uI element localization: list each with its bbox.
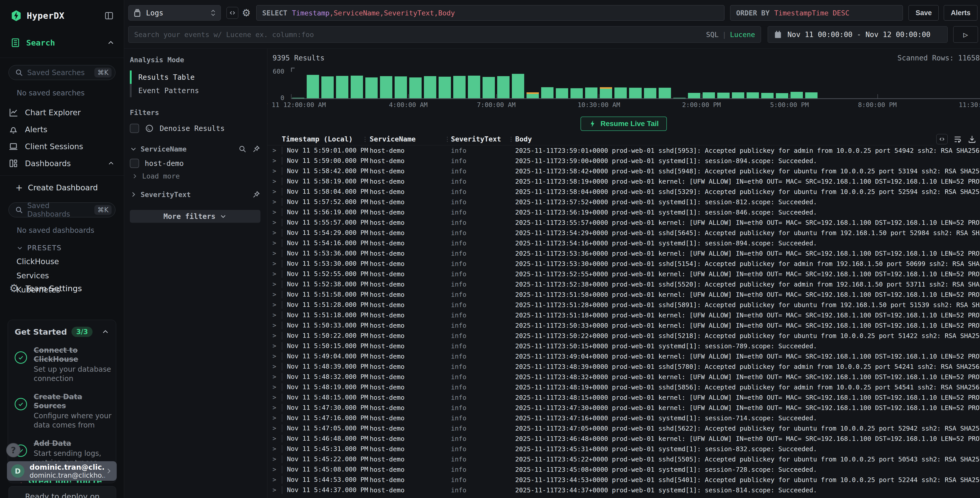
sidebar-item-alerts[interactable]: Alerts (0, 121, 124, 138)
log-row[interactable]: >Nov 11 5:48:39.000 PMhost-demoinfo2025-… (267, 361, 980, 372)
sidebar-item-search[interactable]: Search (10, 38, 115, 48)
chart-bar[interactable] (527, 93, 539, 98)
select-clause-input[interactable]: SELECT Timestamp,ServiceName,SeverityTex… (256, 5, 724, 21)
row-expand-chevron[interactable]: > (272, 291, 282, 298)
lucene-toggle[interactable]: Lucene (730, 30, 755, 38)
log-row[interactable]: >Nov 11 5:59:00.000 PMhost-demoinfo2025-… (267, 156, 980, 166)
row-expand-chevron[interactable]: > (272, 168, 282, 175)
chart-bar[interactable] (746, 93, 759, 98)
log-row[interactable]: >Nov 11 5:48:32.000 PMhost-demoinfo2025-… (267, 372, 980, 382)
row-expand-chevron[interactable]: > (272, 373, 282, 380)
wrap-lines-icon[interactable] (953, 135, 962, 144)
row-expand-chevron[interactable]: > (272, 157, 282, 164)
chart-bar[interactable] (585, 88, 597, 98)
log-row[interactable]: >Nov 11 5:58:42.000 PMhost-demoinfo2025-… (267, 166, 980, 176)
log-row[interactable]: >Nov 11 5:50:33.000 PMhost-demoinfo2025-… (267, 320, 980, 330)
column-header-timestamp[interactable]: Timestamp (Local) (282, 135, 362, 143)
row-expand-chevron[interactable]: > (272, 394, 282, 401)
log-row[interactable]: >Nov 11 5:52:38.000 PMhost-demoinfo2025-… (267, 279, 980, 289)
row-expand-chevron[interactable]: > (272, 147, 282, 154)
query-settings-button[interactable]: ⚙ (240, 6, 253, 19)
chart-bar[interactable] (439, 77, 451, 98)
sidebar-item-dashboards[interactable]: Dashboards (0, 155, 124, 172)
log-row[interactable]: >Nov 11 5:44:53.000 PMhost-demoinfo2025-… (267, 475, 980, 485)
get-started-step-connect[interactable]: Connect to ClickHouse Set up your databa… (15, 346, 109, 383)
chart-bar[interactable] (644, 88, 656, 98)
chart-bar[interactable] (556, 88, 568, 98)
log-row[interactable]: >Nov 11 5:56:19.000 PMhost-demoinfo2025-… (267, 207, 980, 217)
date-range-picker[interactable]: Nov 11 00:00:00 - Nov 12 00:00:00 (768, 26, 948, 43)
orderby-clause-input[interactable]: ORDER BY TimestampTime DESC (730, 5, 903, 21)
log-row[interactable]: >Nov 11 5:58:04.000 PMhost-demoinfo2025-… (267, 187, 980, 197)
chart-bar[interactable] (292, 98, 304, 98)
chart-bar[interactable] (321, 77, 334, 98)
download-icon[interactable] (968, 135, 977, 144)
preset-clickhouse[interactable]: ClickHouse (0, 254, 124, 268)
chart-bar[interactable] (761, 93, 773, 98)
chart-bar[interactable] (512, 74, 524, 98)
column-resize-handle[interactable]: ⋮⋮ (508, 136, 515, 143)
chart-bar[interactable] (673, 98, 686, 98)
get-started-step-sources[interactable]: Create Data Sources Configure where your… (15, 392, 109, 430)
sidebar-item-team-settings[interactable]: ⚙ Team Settings (0, 282, 124, 295)
chart-bar[interactable] (365, 77, 378, 98)
log-row[interactable]: >Nov 11 5:51:18.000 PMhost-demoinfo2025-… (267, 310, 980, 320)
log-row[interactable]: >Nov 11 5:53:36.000 PMhost-demoinfo2025-… (267, 248, 980, 259)
column-resize-handle[interactable]: ⋮⋮ (444, 136, 451, 143)
chart-bar[interactable] (409, 77, 422, 98)
chart-bar[interactable] (717, 93, 730, 98)
log-row[interactable]: >Nov 11 5:50:22.000 PMhost-demoinfo2025-… (267, 330, 980, 341)
log-row[interactable]: >Nov 11 5:45:22.000 PMhost-demoinfo2025-… (267, 454, 980, 464)
row-expand-chevron[interactable]: > (272, 456, 282, 463)
edit-source-button[interactable] (226, 7, 238, 19)
chart-bar[interactable] (351, 76, 363, 98)
log-row[interactable]: >Nov 11 5:48:15.000 PMhost-demoinfo2025-… (267, 392, 980, 402)
chart-bar[interactable] (424, 76, 436, 98)
saved-searches-input[interactable]: Saved Searches ⌘K (8, 65, 115, 80)
filter-group-servicename[interactable]: ServiceName (130, 145, 261, 153)
resume-live-tail-button[interactable]: Resume Live Tail (581, 117, 667, 131)
log-row[interactable]: >Nov 11 5:47:05.000 PMhost-demoinfo2025-… (267, 423, 980, 433)
chart-plot[interactable]: Nov 11 12:00:00 AM4:00:00 AM7:00:00 AM10… (291, 71, 980, 99)
chart-bar[interactable] (776, 93, 788, 99)
alerts-button[interactable]: Alerts (944, 5, 977, 21)
chart-bar[interactable] (703, 93, 715, 98)
row-expand-chevron[interactable]: > (272, 178, 282, 185)
sidebar-item-chart-explorer[interactable]: Chart Explorer (0, 104, 124, 121)
log-row[interactable]: >Nov 11 5:50:15.000 PMhost-demoinfo2025-… (267, 341, 980, 351)
help-button[interactable]: ? (6, 443, 21, 457)
sidebar-collapse-button[interactable] (103, 10, 115, 21)
denoise-results-toggle[interactable]: Denoise Results (130, 124, 261, 133)
row-expand-chevron[interactable]: > (272, 342, 282, 350)
column-header-body[interactable]: Body (515, 135, 980, 143)
presets-toggle[interactable]: PRESETS (16, 244, 124, 252)
checkbox[interactable] (130, 159, 139, 168)
mode-results-table[interactable]: Results Table (130, 70, 261, 84)
row-expand-chevron[interactable]: > (272, 229, 282, 236)
log-row[interactable]: >Nov 11 5:48:19.000 PMhost-demoinfo2025-… (267, 382, 980, 392)
filter-group-severitytext[interactable]: SeverityText (130, 190, 261, 199)
chart-bar[interactable] (614, 88, 627, 98)
log-row[interactable]: >Nov 11 5:51:28.000 PMhost-demoinfo2025-… (267, 300, 980, 310)
log-row[interactable]: >Nov 11 5:46:48.000 PMhost-demoinfo2025-… (267, 433, 980, 444)
column-resize-handle[interactable]: ⋮⋮ (362, 136, 370, 143)
row-expand-chevron[interactable]: > (272, 425, 282, 432)
log-row[interactable]: >Nov 11 5:44:37.000 PMhost-demoinfo2025-… (267, 485, 980, 495)
chart-bar[interactable] (600, 87, 612, 98)
column-header-severitytext[interactable]: SeverityText (451, 135, 508, 143)
chart-bar[interactable] (453, 76, 466, 98)
chart-bar[interactable] (541, 87, 554, 98)
row-expand-chevron[interactable]: > (272, 250, 282, 257)
row-expand-chevron[interactable]: > (272, 363, 282, 370)
chart-bar[interactable] (659, 88, 671, 98)
chart-bar[interactable] (629, 88, 641, 98)
user-menu[interactable]: D dominic.tran@clic... dominic.tran@clic… (7, 461, 117, 481)
row-expand-chevron[interactable]: > (272, 219, 282, 226)
row-expand-chevron[interactable]: > (272, 209, 282, 216)
log-row[interactable]: >Nov 11 5:54:29.000 PMhost-demoinfo2025-… (267, 228, 980, 238)
row-expand-chevron[interactable]: > (272, 414, 282, 421)
log-row[interactable]: >Nov 11 5:47:30.000 PMhost-demoinfo2025-… (267, 402, 980, 413)
log-row[interactable]: >Nov 11 5:45:31.000 PMhost-demoinfo2025-… (267, 444, 980, 454)
source-select[interactable]: Logs (128, 5, 221, 21)
log-row[interactable]: >Nov 11 5:47:16.000 PMhost-demoinfo2025-… (267, 413, 980, 423)
